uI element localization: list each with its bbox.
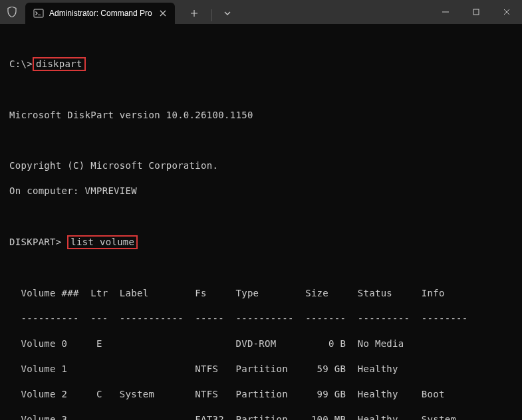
terminal-line [9,262,513,274]
titlebar: Administrator: Command Pro [0,0,522,24]
highlighted-command: diskpart [33,57,86,71]
tab-dropdown-button[interactable] [219,3,235,23]
tab-close-button[interactable] [158,8,168,19]
tab-title: Administrator: Command Pro [49,9,152,18]
minimize-button[interactable] [430,0,461,24]
terminal-line: Volume ### Ltr Label Fs Type Size Status… [9,287,513,300]
terminal-line [9,84,513,96]
table-row: Volume 0 E DVD-ROM 0 B No Media [9,338,513,350]
new-tab-button[interactable] [184,3,204,23]
table-row: Volume 2 C System NTFS Partition 99 GB H… [9,388,513,401]
table-row: Volume 3 FAT32 Partition 100 MB Healthy … [9,413,513,420]
terminal-line: DISKPART> list volume [9,235,513,249]
shield-icon [7,7,17,17]
terminal-line [9,134,513,147]
terminal-line: Microsoft DiskPart version 10.0.26100.11… [9,109,513,122]
terminal-line: On computer: VMPREVIEW [9,185,513,197]
table-row: Volume 1 NTFS Partition 59 GB Healthy [9,363,513,375]
terminal-line: C:\>diskpart [9,57,513,71]
terminal-line [9,210,513,223]
active-tab[interactable]: Administrator: Command Pro [25,3,175,24]
close-button[interactable] [491,0,522,24]
titlebar-drag-region[interactable] [235,0,430,24]
titlebar-left: Administrator: Command Pro [0,0,235,24]
terminal-line: ---------- --- ----------- ----- -------… [9,312,513,325]
tab-separator [211,9,212,21]
cmd-icon [33,8,44,19]
terminal-output[interactable]: C:\>diskpart Microsoft DiskPart version … [0,24,522,420]
terminal-line: Copyright (C) Microsoft Corporation. [9,159,513,172]
window-controls [430,0,522,24]
highlighted-command: list volume [67,235,138,249]
maximize-button[interactable] [461,0,491,24]
svg-rect-1 [473,9,479,15]
svg-rect-0 [34,9,43,17]
